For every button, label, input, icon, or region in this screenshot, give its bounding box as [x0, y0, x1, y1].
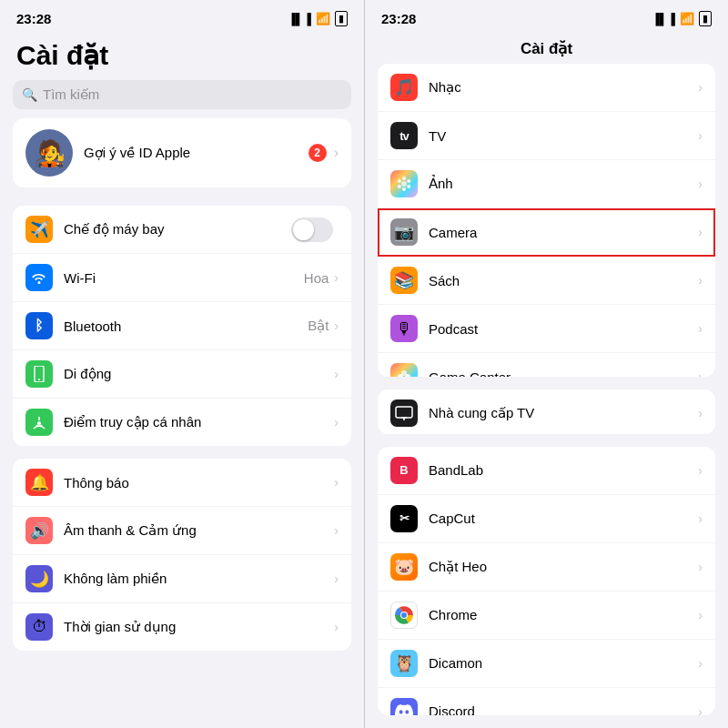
- right-item-chatheoo[interactable]: 🐷 Chặt Heo ›: [378, 543, 715, 592]
- profile-right: 2 ›: [308, 144, 339, 162]
- discord-chevron: ›: [698, 704, 703, 715]
- discord-label: Discord: [429, 703, 698, 715]
- right-item-discord[interactable]: Discord ›: [378, 688, 715, 715]
- right-item-books[interactable]: 📚 Sách ›: [378, 257, 715, 305]
- right-list-group-3: B BandLab › ✂ CapCut › 🐷 Chặt Heo ›: [378, 447, 715, 715]
- wifi-item-icon: [25, 264, 53, 291]
- music-chevron: ›: [698, 80, 703, 95]
- right-status-bar: 23:28 ▐▌▐ 📶 ▮: [365, 0, 728, 32]
- camera-chevron: ›: [698, 225, 703, 239]
- avatar: 🧑‍🎤: [25, 129, 73, 177]
- bandlab-chevron: ›: [698, 463, 703, 478]
- capcut-chevron: ›: [698, 511, 703, 526]
- notifications-chevron: ›: [334, 475, 339, 490]
- wifi-label: Wi-Fi: [64, 270, 304, 286]
- right-item-chrome[interactable]: Chrome ›: [378, 592, 715, 640]
- music-icon: 🎵: [390, 74, 418, 101]
- right-item-dicamon[interactable]: 🦉 Dicamon ›: [378, 640, 715, 688]
- settings-item-notifications[interactable]: 🔔 Thông báo ›: [13, 459, 351, 507]
- signal-icon: ▐▌▐: [288, 13, 311, 25]
- left-status-bar: 23:28 ▐▌▐ 📶 ▮: [0, 0, 364, 32]
- photos-label: Ảnh: [429, 176, 698, 192]
- settings-item-airplane[interactable]: ✈️ Chế độ máy bay: [13, 206, 351, 254]
- chrome-chevron: ›: [698, 608, 703, 622]
- airplane-toggle[interactable]: [291, 217, 333, 242]
- podcast-icon: 🎙: [390, 315, 418, 342]
- capcut-icon: ✂: [390, 505, 418, 532]
- bluetooth-value: Bật: [308, 318, 329, 334]
- hotspot-chevron: ›: [334, 415, 339, 430]
- settings-item-hotspot[interactable]: Điểm truy cập cá nhân ›: [13, 399, 351, 446]
- settings-item-mobile[interactable]: Di động ›: [13, 350, 351, 399]
- left-page-title: Cài đặt: [0, 32, 364, 80]
- photos-icon: [390, 170, 418, 197]
- right-item-capcut[interactable]: ✂ CapCut ›: [378, 495, 715, 543]
- notifications-icon: 🔔: [25, 469, 53, 496]
- left-search-bar[interactable]: 🔍 Tìm kiếm: [13, 80, 351, 109]
- photos-chevron: ›: [698, 177, 703, 191]
- mobile-chevron: ›: [334, 367, 339, 381]
- sounds-icon: 🔊: [25, 517, 53, 544]
- discord-icon: [390, 698, 418, 715]
- settings-item-wifi[interactable]: Wi-Fi Hoa ›: [13, 254, 351, 302]
- right-item-photos[interactable]: Ảnh ›: [378, 160, 715, 208]
- profile-section[interactable]: 🧑‍🎤 Gợi ý về ID Apple 2 ›: [13, 118, 351, 187]
- airplane-label: Chế độ máy bay: [64, 221, 291, 238]
- right-list-group-1: 🎵 Nhạc › tv TV › Ảnh › 📷 Camera › 📚 Sách: [378, 64, 715, 377]
- search-icon: 🔍: [22, 87, 37, 102]
- profile-left: 🧑‍🎤 Gợi ý về ID Apple: [25, 129, 190, 177]
- right-item-music[interactable]: 🎵 Nhạc ›: [378, 64, 715, 112]
- camera-label: Camera: [429, 225, 698, 240]
- focus-chevron: ›: [334, 571, 339, 586]
- podcast-chevron: ›: [698, 321, 703, 336]
- chatheoo-chevron: ›: [698, 560, 703, 574]
- settings-group-1: ✈️ Chế độ máy bay Wi-Fi Hoa › ᛒ Bluetoot…: [13, 206, 351, 446]
- gamecenter-chevron: ›: [698, 369, 703, 377]
- hotspot-label: Điểm truy cập cá nhân: [64, 414, 334, 430]
- right-item-camera[interactable]: 📷 Camera ›: [378, 208, 715, 257]
- bluetooth-chevron: ›: [334, 318, 339, 333]
- right-wifi-icon: 📶: [680, 12, 694, 25]
- tvprovider-label: Nhà cung cấp TV: [429, 405, 698, 421]
- settings-item-sounds[interactable]: 🔊 Âm thanh & Cảm ứng ›: [13, 507, 351, 555]
- gamecenter-icon: [390, 363, 418, 377]
- svg-point-13: [401, 370, 407, 376]
- hotspot-icon: [25, 409, 53, 436]
- mobile-label: Di động: [64, 366, 334, 382]
- bluetooth-icon: ᛒ: [25, 312, 53, 339]
- battery-icon: ▮: [335, 11, 348, 26]
- books-label: Sách: [429, 273, 698, 288]
- dicamon-chevron: ›: [698, 656, 703, 671]
- right-item-tv[interactable]: tv TV ›: [378, 112, 715, 160]
- screentime-chevron: ›: [334, 620, 339, 634]
- right-list-group-2: Nhà cung cấp TV ›: [378, 389, 715, 433]
- right-item-bandlab[interactable]: B BandLab ›: [378, 447, 715, 495]
- tv-label: TV: [429, 128, 698, 144]
- right-item-tvprovider[interactable]: Nhà cung cấp TV ›: [378, 389, 715, 433]
- chrome-icon: [390, 602, 418, 629]
- tvprovider-icon: [390, 399, 418, 427]
- left-panel: 23:28 ▐▌▐ 📶 ▮ Cài đặt 🔍 Tìm kiếm 🧑‍🎤 Gợi…: [0, 0, 364, 728]
- screentime-label: Thời gian sử dụng: [64, 619, 334, 635]
- search-placeholder: Tìm kiếm: [43, 86, 99, 103]
- airplane-icon: ✈️: [25, 216, 53, 243]
- wifi-icon: 📶: [316, 12, 330, 25]
- right-status-icons: ▐▌▐ 📶 ▮: [652, 11, 712, 26]
- right-panel-header: Cài đặt: [365, 32, 728, 64]
- left-status-time: 23:28: [16, 11, 51, 26]
- right-item-gamecenter[interactable]: Game Center ›: [378, 353, 715, 377]
- tv-chevron: ›: [698, 128, 703, 143]
- svg-point-10: [398, 179, 401, 183]
- focus-icon: 🌙: [25, 565, 53, 592]
- podcast-label: Podcast: [429, 321, 698, 337]
- right-item-podcast[interactable]: 🎙 Podcast ›: [378, 305, 715, 353]
- settings-item-bluetooth[interactable]: ᛒ Bluetooth Bật ›: [13, 302, 351, 350]
- right-signal-icon: ▐▌▐: [652, 13, 675, 25]
- settings-item-focus[interactable]: 🌙 Không làm phiền ›: [13, 555, 351, 603]
- settings-item-screentime[interactable]: ⏱ Thời gian sử dụng ›: [13, 603, 351, 651]
- sounds-chevron: ›: [334, 523, 339, 538]
- books-icon: 📚: [390, 267, 418, 294]
- wifi-chevron: ›: [334, 270, 339, 285]
- bluetooth-label: Bluetooth: [64, 318, 308, 334]
- dicamon-label: Dicamon: [429, 655, 698, 671]
